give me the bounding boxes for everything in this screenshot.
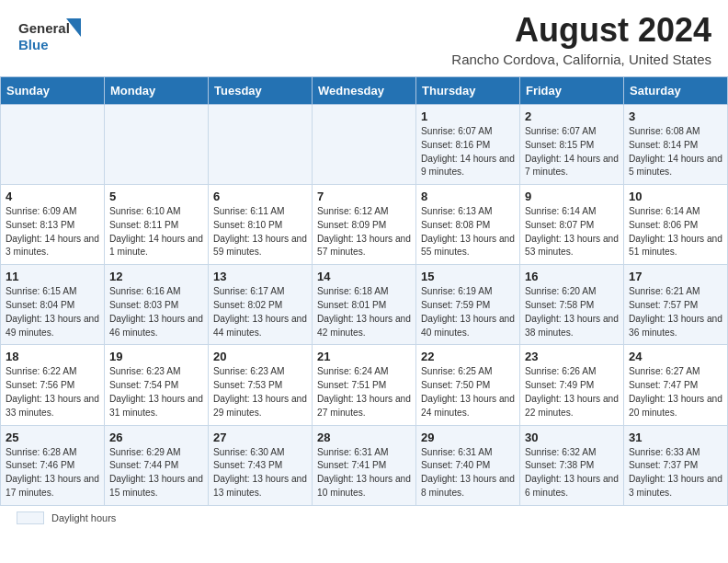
- day-info: Sunrise: 6:07 AM Sunset: 8:16 PM Dayligh…: [421, 125, 515, 179]
- calendar-header: SundayMondayTuesdayWednesdayThursdayFrid…: [1, 77, 728, 105]
- day-number: 28: [317, 431, 411, 444]
- calendar-day-cell: 26Sunrise: 6:29 AM Sunset: 7:44 PM Dayli…: [105, 425, 209, 505]
- day-number: 18: [6, 350, 99, 363]
- calendar-day-cell: 31Sunrise: 6:33 AM Sunset: 7:37 PM Dayli…: [624, 425, 728, 505]
- day-info: Sunrise: 6:16 AM Sunset: 8:03 PM Dayligh…: [109, 285, 203, 339]
- day-info: Sunrise: 6:23 AM Sunset: 7:54 PM Dayligh…: [109, 365, 203, 419]
- day-number: 13: [213, 270, 307, 283]
- day-number: 12: [109, 270, 203, 283]
- calendar-day-cell: 22Sunrise: 6:25 AM Sunset: 7:50 PM Dayli…: [416, 345, 520, 425]
- weekday-header: Thursday: [416, 77, 520, 105]
- day-number: 8: [421, 190, 515, 203]
- calendar-day-cell: 28Sunrise: 6:31 AM Sunset: 7:41 PM Dayli…: [313, 425, 416, 505]
- day-number: 30: [525, 431, 619, 444]
- day-info: Sunrise: 6:33 AM Sunset: 7:37 PM Dayligh…: [629, 446, 722, 500]
- day-info: Sunrise: 6:31 AM Sunset: 7:40 PM Dayligh…: [421, 446, 515, 500]
- day-info: Sunrise: 6:32 AM Sunset: 7:38 PM Dayligh…: [525, 446, 619, 500]
- calendar-week-row: 25Sunrise: 6:28 AM Sunset: 7:46 PM Dayli…: [1, 425, 728, 505]
- day-number: 26: [109, 431, 203, 444]
- day-number: 25: [6, 431, 99, 444]
- day-info: Sunrise: 6:11 AM Sunset: 8:10 PM Dayligh…: [213, 205, 307, 259]
- calendar-week-row: 1Sunrise: 6:07 AM Sunset: 8:16 PM Daylig…: [1, 105, 728, 185]
- day-info: Sunrise: 6:22 AM Sunset: 7:56 PM Dayligh…: [6, 365, 99, 419]
- day-info: Sunrise: 6:30 AM Sunset: 7:43 PM Dayligh…: [213, 446, 307, 500]
- calendar-day-cell: 25Sunrise: 6:28 AM Sunset: 7:46 PM Dayli…: [1, 425, 105, 505]
- day-number: 31: [629, 431, 722, 444]
- calendar-day-cell: 5Sunrise: 6:10 AM Sunset: 8:11 PM Daylig…: [105, 185, 209, 265]
- footer: Daylight hours: [0, 506, 728, 528]
- calendar-day-cell: 19Sunrise: 6:23 AM Sunset: 7:54 PM Dayli…: [105, 345, 209, 425]
- calendar-day-cell: 12Sunrise: 6:16 AM Sunset: 8:03 PM Dayli…: [105, 265, 209, 345]
- day-info: Sunrise: 6:10 AM Sunset: 8:11 PM Dayligh…: [109, 205, 203, 259]
- calendar-day-cell: 23Sunrise: 6:26 AM Sunset: 7:49 PM Dayli…: [520, 345, 624, 425]
- day-number: 29: [421, 431, 515, 444]
- day-info: Sunrise: 6:13 AM Sunset: 8:08 PM Dayligh…: [421, 205, 515, 259]
- weekday-header: Monday: [105, 77, 209, 105]
- day-number: 5: [109, 190, 203, 203]
- calendar-day-cell: 29Sunrise: 6:31 AM Sunset: 7:40 PM Dayli…: [416, 425, 520, 505]
- day-number: 19: [109, 350, 203, 363]
- calendar-day-cell: 8Sunrise: 6:13 AM Sunset: 8:08 PM Daylig…: [416, 185, 520, 265]
- day-info: Sunrise: 6:31 AM Sunset: 7:41 PM Dayligh…: [317, 446, 411, 500]
- calendar-day-cell: 14Sunrise: 6:18 AM Sunset: 8:01 PM Dayli…: [313, 265, 416, 345]
- day-number: 21: [317, 350, 411, 363]
- day-number: 16: [525, 270, 619, 283]
- day-info: Sunrise: 6:27 AM Sunset: 7:47 PM Dayligh…: [629, 365, 722, 419]
- day-number: 17: [629, 270, 722, 283]
- subtitle: Rancho Cordova, California, United State…: [451, 52, 711, 67]
- day-info: Sunrise: 6:12 AM Sunset: 8:09 PM Dayligh…: [317, 205, 411, 259]
- day-info: Sunrise: 6:21 AM Sunset: 7:57 PM Dayligh…: [629, 285, 722, 339]
- calendar-day-cell: 4Sunrise: 6:09 AM Sunset: 8:13 PM Daylig…: [1, 185, 105, 265]
- calendar-day-cell: [313, 105, 416, 185]
- day-info: Sunrise: 6:19 AM Sunset: 7:59 PM Dayligh…: [421, 285, 515, 339]
- day-info: Sunrise: 6:20 AM Sunset: 7:58 PM Dayligh…: [525, 285, 619, 339]
- calendar-table: SundayMondayTuesdayWednesdayThursdayFrid…: [0, 76, 728, 506]
- day-number: 9: [525, 190, 619, 203]
- svg-text:General: General: [18, 20, 70, 36]
- day-number: 3: [629, 109, 722, 123]
- calendar-day-cell: 21Sunrise: 6:24 AM Sunset: 7:51 PM Dayli…: [313, 345, 416, 425]
- day-info: Sunrise: 6:08 AM Sunset: 8:14 PM Dayligh…: [629, 125, 722, 179]
- calendar-week-row: 18Sunrise: 6:22 AM Sunset: 7:56 PM Dayli…: [1, 345, 728, 425]
- day-info: Sunrise: 6:17 AM Sunset: 8:02 PM Dayligh…: [213, 285, 307, 339]
- calendar-day-cell: 24Sunrise: 6:27 AM Sunset: 7:47 PM Dayli…: [624, 345, 728, 425]
- weekday-header: Friday: [520, 77, 624, 105]
- day-info: Sunrise: 6:28 AM Sunset: 7:46 PM Dayligh…: [6, 446, 99, 500]
- day-info: Sunrise: 6:24 AM Sunset: 7:51 PM Dayligh…: [317, 365, 411, 419]
- calendar-day-cell: 30Sunrise: 6:32 AM Sunset: 7:38 PM Dayli…: [520, 425, 624, 505]
- calendar-day-cell: [209, 105, 313, 185]
- day-number: 4: [6, 190, 99, 203]
- calendar-day-cell: 17Sunrise: 6:21 AM Sunset: 7:57 PM Dayli…: [624, 265, 728, 345]
- daylight-box: [17, 511, 44, 524]
- day-number: 20: [213, 350, 307, 363]
- day-info: Sunrise: 6:14 AM Sunset: 8:07 PM Dayligh…: [525, 205, 619, 259]
- weekday-header: Tuesday: [209, 77, 313, 105]
- logo: General Blue: [17, 11, 83, 59]
- day-info: Sunrise: 6:07 AM Sunset: 8:15 PM Dayligh…: [525, 125, 619, 179]
- day-info: Sunrise: 6:14 AM Sunset: 8:06 PM Dayligh…: [629, 205, 722, 259]
- calendar-day-cell: 10Sunrise: 6:14 AM Sunset: 8:06 PM Dayli…: [624, 185, 728, 265]
- calendar-day-cell: 1Sunrise: 6:07 AM Sunset: 8:16 PM Daylig…: [416, 105, 520, 185]
- calendar-body: 1Sunrise: 6:07 AM Sunset: 8:16 PM Daylig…: [1, 105, 728, 506]
- calendar-day-cell: 20Sunrise: 6:23 AM Sunset: 7:53 PM Dayli…: [209, 345, 313, 425]
- calendar-day-cell: [1, 105, 105, 185]
- day-info: Sunrise: 6:09 AM Sunset: 8:13 PM Dayligh…: [6, 205, 99, 259]
- calendar-day-cell: 3Sunrise: 6:08 AM Sunset: 8:14 PM Daylig…: [624, 105, 728, 185]
- title-area: August 2024 Rancho Cordova, California, …: [451, 11, 711, 67]
- day-info: Sunrise: 6:26 AM Sunset: 7:49 PM Dayligh…: [525, 365, 619, 419]
- calendar-day-cell: 6Sunrise: 6:11 AM Sunset: 8:10 PM Daylig…: [209, 185, 313, 265]
- day-number: 27: [213, 431, 307, 444]
- day-number: 11: [6, 270, 99, 283]
- day-number: 22: [421, 350, 515, 363]
- calendar-day-cell: 9Sunrise: 6:14 AM Sunset: 8:07 PM Daylig…: [520, 185, 624, 265]
- calendar-week-row: 11Sunrise: 6:15 AM Sunset: 8:04 PM Dayli…: [1, 265, 728, 345]
- day-info: Sunrise: 6:25 AM Sunset: 7:50 PM Dayligh…: [421, 365, 515, 419]
- calendar-day-cell: 7Sunrise: 6:12 AM Sunset: 8:09 PM Daylig…: [313, 185, 416, 265]
- calendar-day-cell: 2Sunrise: 6:07 AM Sunset: 8:15 PM Daylig…: [520, 105, 624, 185]
- calendar-week-row: 4Sunrise: 6:09 AM Sunset: 8:13 PM Daylig…: [1, 185, 728, 265]
- day-number: 15: [421, 270, 515, 283]
- svg-text:Blue: Blue: [18, 37, 49, 52]
- calendar-day-cell: 15Sunrise: 6:19 AM Sunset: 7:59 PM Dayli…: [416, 265, 520, 345]
- calendar-day-cell: [105, 105, 209, 185]
- day-info: Sunrise: 6:23 AM Sunset: 7:53 PM Dayligh…: [213, 365, 307, 419]
